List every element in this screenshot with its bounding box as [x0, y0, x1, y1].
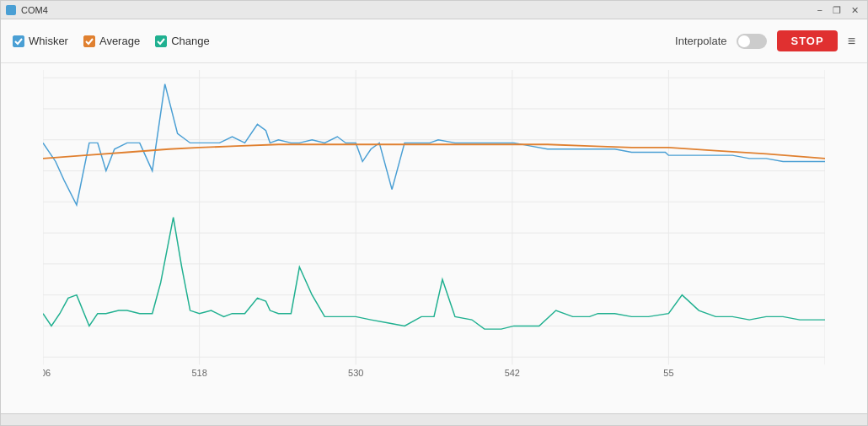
svg-text:55: 55 [663, 369, 673, 379]
change-checkbox[interactable] [155, 35, 167, 47]
legend-average: Average [83, 35, 140, 47]
restore-button[interactable]: ❐ [829, 3, 844, 17]
change-label: Change [171, 35, 210, 47]
toolbar-right: Interpolate STOP ≡ [675, 30, 855, 51]
window-controls: − ❐ ✕ [814, 3, 862, 17]
menu-icon[interactable]: ≡ [848, 34, 855, 49]
whisker-checkbox[interactable] [13, 35, 24, 47]
bottom-bar [1, 413, 867, 425]
window-title: COM4 [21, 5, 48, 15]
svg-text:530: 530 [348, 369, 363, 379]
arduino-icon [6, 5, 16, 15]
average-checkbox[interactable] [83, 35, 95, 47]
svg-text:506: 506 [43, 369, 51, 379]
legend-change: Change [155, 35, 210, 47]
title-bar-left: COM4 [6, 5, 48, 15]
chart-svg: 800 700 600 500 400 300 200 100 0 -100 5… [43, 70, 825, 388]
svg-text:542: 542 [505, 369, 520, 379]
legend-whisker: Whisker [13, 35, 68, 47]
svg-text:518: 518 [191, 369, 206, 379]
close-button[interactable]: ✕ [848, 3, 862, 17]
average-line [43, 144, 825, 159]
stop-button[interactable]: STOP [777, 30, 837, 51]
interpolate-label: Interpolate [675, 35, 726, 47]
minimize-button[interactable]: − [814, 3, 826, 17]
toolbar: Whisker Average Change Interpolate STOP … [1, 19, 867, 63]
change-line [43, 218, 825, 329]
average-label: Average [99, 35, 140, 47]
interpolate-toggle[interactable] [737, 34, 767, 49]
toggle-knob [738, 35, 750, 47]
chart-area: 800 700 600 500 400 300 200 100 0 -100 5… [1, 63, 867, 413]
title-bar: COM4 − ❐ ✕ [1, 1, 867, 19]
whisker-label: Whisker [29, 35, 68, 47]
main-window: COM4 − ❐ ✕ Whisker Average Change [0, 0, 868, 426]
